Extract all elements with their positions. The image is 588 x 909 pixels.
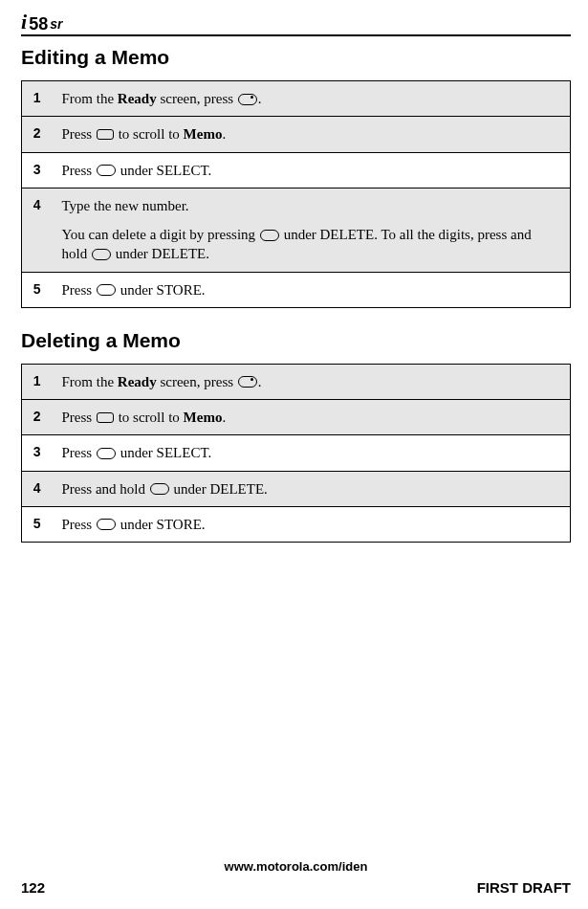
text: under STORE. — [117, 517, 206, 532]
softkey-icon — [97, 519, 116, 530]
table-row: 5 Press under STORE. — [22, 272, 571, 307]
logo-suffix: sr — [50, 17, 62, 33]
step-number: 1 — [22, 364, 54, 399]
nav-key-icon — [97, 129, 114, 140]
table-row: 1 From the Ready screen, press . — [22, 81, 571, 117]
table-row: 3 Press under SELECT. — [22, 435, 571, 471]
text: to scroll to — [115, 410, 184, 425]
softkey-icon — [97, 284, 116, 296]
logo-i: i — [21, 11, 27, 33]
text: . — [222, 410, 226, 425]
step-text: Press and hold under DELETE. — [54, 471, 571, 506]
draft-label: FIRST DRAFT — [477, 879, 571, 896]
footer-url: www.motorola.com/iden — [21, 859, 571, 874]
step-text: Press to scroll to Memo. — [54, 117, 571, 152]
text: . — [258, 91, 262, 106]
step-text: Press under SELECT. — [54, 435, 571, 471]
text: under SELECT. — [117, 163, 211, 178]
table-row: 2 Press to scroll to Memo. — [22, 117, 571, 152]
step-text: Press under STORE. — [54, 506, 571, 542]
text-bold: Ready — [118, 374, 157, 389]
softkey-icon — [97, 165, 116, 176]
table-deleting-memo: 1 From the Ready screen, press . 2 Press… — [21, 364, 571, 543]
softkey-icon — [92, 249, 111, 260]
step-text: Type the new number. You can delete a di… — [54, 188, 571, 272]
step-text: Press under STORE. — [54, 272, 571, 307]
logo-model-number: 58 — [29, 15, 48, 33]
softkey-icon — [150, 483, 169, 495]
step-text: Press under SELECT. — [54, 152, 571, 188]
text: under STORE. — [117, 282, 206, 298]
text: to scroll to — [115, 126, 184, 142]
step-number: 5 — [22, 506, 54, 542]
table-row: 3 Press under SELECT. — [22, 152, 571, 188]
text: From the — [62, 91, 118, 106]
step-number: 4 — [22, 188, 54, 272]
heading-deleting-memo: Deleting a Memo — [21, 329, 571, 352]
text-bold: Ready — [118, 91, 157, 106]
text: screen, press — [157, 91, 237, 106]
text-bold: Memo — [184, 126, 223, 142]
menu-key-icon — [238, 94, 257, 105]
text: screen, press — [157, 374, 237, 389]
step-number: 5 — [22, 272, 54, 307]
text: Press — [62, 126, 96, 142]
text: Press — [62, 517, 96, 532]
page-header: i 58 sr — [21, 11, 571, 36]
text: Press — [62, 445, 96, 460]
text: under DELETE. — [170, 481, 268, 497]
table-row: 4 Press and hold under DELETE. — [22, 471, 571, 506]
text: . — [258, 374, 262, 389]
step-number: 3 — [22, 435, 54, 471]
step-number: 1 — [22, 81, 54, 117]
page-number: 122 — [21, 879, 45, 896]
table-row: 5 Press under STORE. — [22, 506, 571, 542]
text: . — [222, 126, 226, 142]
heading-editing-memo: Editing a Memo — [21, 46, 571, 69]
text: Press — [62, 410, 96, 425]
step-number: 2 — [22, 117, 54, 152]
step-text: From the Ready screen, press . — [54, 81, 571, 117]
text-bold: Memo — [184, 410, 223, 425]
step-number: 2 — [22, 400, 54, 435]
text: Press — [62, 282, 96, 298]
text: Press and hold — [62, 481, 149, 497]
table-row: 2 Press to scroll to Memo. — [22, 400, 571, 435]
softkey-icon — [260, 230, 279, 241]
step-text: Press to scroll to Memo. — [54, 400, 571, 435]
step-number: 3 — [22, 152, 54, 188]
text: under DELETE. — [112, 246, 209, 261]
text: From the — [62, 374, 118, 389]
text: You can delete a digit by pressing — [62, 227, 259, 242]
menu-key-icon — [238, 376, 257, 388]
text: under SELECT. — [117, 445, 211, 460]
table-row: 4 Type the new number. You can delete a … — [22, 188, 571, 272]
page-footer: www.motorola.com/iden 122 FIRST DRAFT — [21, 859, 571, 896]
step-text: From the Ready screen, press . — [54, 364, 571, 399]
softkey-icon — [97, 448, 116, 459]
table-row: 1 From the Ready screen, press . — [22, 364, 571, 399]
step-number: 4 — [22, 471, 54, 506]
text: Press — [62, 163, 96, 178]
nav-key-icon — [97, 412, 114, 423]
text: Type the new number. — [62, 198, 189, 213]
table-editing-memo: 1 From the Ready screen, press . 2 Press… — [21, 80, 571, 308]
